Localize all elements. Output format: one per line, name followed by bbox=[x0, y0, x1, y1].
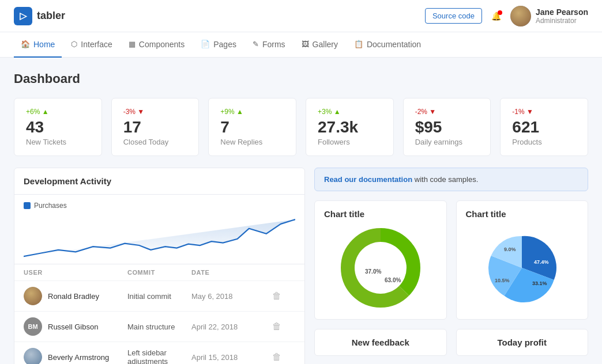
brand: ▷ tabler bbox=[14, 7, 65, 25]
stat-card-5: -1% ▼ 621 Products bbox=[500, 98, 588, 156]
today-profit-title: Today profit bbox=[466, 338, 579, 347]
new-feedback-title: New feedback bbox=[324, 338, 437, 347]
stat-label-3: Followers bbox=[318, 138, 382, 146]
chart-card-1: Chart title 37.0% 63.0% bbox=[314, 200, 447, 320]
commit-user-0: Ronald Bradley bbox=[24, 287, 127, 305]
stat-value-0: 43 bbox=[26, 118, 90, 136]
header-commit: COMMIT bbox=[127, 269, 191, 276]
stat-card-4: -2% ▼ $95 Daily earnings bbox=[403, 98, 491, 156]
stat-label-2: New Replies bbox=[220, 138, 284, 146]
today-profit-card: Today profit bbox=[456, 329, 589, 356]
stat-label-4: Daily earnings bbox=[415, 138, 479, 146]
chart1-container: 37.0% 63.0% bbox=[324, 225, 437, 311]
user-details: Jane Pearson Administrator bbox=[536, 7, 588, 25]
delete-icon-2[interactable]: 🗑 bbox=[272, 352, 295, 362]
legend-box bbox=[24, 202, 31, 209]
svg-text:10.5%: 10.5% bbox=[495, 278, 510, 283]
chart-legend: Purchases bbox=[24, 202, 295, 210]
charts-row: Chart title 37.0% 63.0% Ch bbox=[314, 200, 588, 320]
commit-name-0: Ronald Bradley bbox=[48, 292, 99, 301]
stat-value-1: 17 bbox=[123, 118, 187, 136]
stat-trend-3: +3% ▲ bbox=[318, 108, 382, 116]
stat-card-0: +6% ▲ 43 New Tickets bbox=[14, 98, 102, 156]
topbar-right: Source code 🔔 Jane Pearson Administrator bbox=[425, 6, 588, 26]
tab-home[interactable]: 🏠 Home bbox=[14, 32, 62, 58]
interface-icon: ⬡ bbox=[71, 40, 77, 48]
stat-label-1: Closed Today bbox=[123, 138, 187, 146]
chart2-container: 47.4% 33.1% 10.5% 9.0% bbox=[466, 225, 579, 311]
gallery-icon: 🖼 bbox=[302, 40, 309, 48]
user-role: Administrator bbox=[536, 17, 588, 25]
doc-banner-bold: Read our documentation bbox=[324, 175, 412, 184]
stat-value-3: 27.3k bbox=[318, 118, 382, 136]
pie-chart-2: 47.4% 33.1% 10.5% 9.0% bbox=[479, 225, 565, 311]
commit-date-1: April 22, 2018 bbox=[191, 323, 272, 331]
tab-interface[interactable]: ⬡ Interface bbox=[64, 32, 119, 58]
svg-text:37.0%: 37.0% bbox=[365, 268, 381, 275]
tab-gallery[interactable]: 🖼 Gallery bbox=[295, 32, 345, 58]
page-title: Dashboard bbox=[14, 71, 588, 86]
new-feedback-card: New feedback bbox=[314, 329, 447, 356]
svg-text:47.4%: 47.4% bbox=[534, 259, 549, 265]
doc-banner: Read our documentation with code samples… bbox=[314, 168, 588, 191]
tab-pages[interactable]: 📄 Pages bbox=[194, 32, 243, 58]
notification-icon[interactable]: 🔔 bbox=[491, 12, 501, 21]
commit-message-2: Left sidebar adjustments bbox=[127, 348, 191, 364]
commit-date-2: April 15, 2018 bbox=[191, 353, 272, 362]
commit-message-1: Main structure bbox=[127, 323, 191, 331]
tab-forms[interactable]: ✎ Forms bbox=[246, 32, 292, 58]
avatar-image bbox=[510, 6, 531, 26]
chart-area: Purchases bbox=[14, 195, 304, 264]
header-action bbox=[272, 269, 295, 276]
stat-value-2: 7 bbox=[220, 118, 284, 136]
main-content: Dashboard +6% ▲ 43 New Tickets -3% ▼ 17 … bbox=[0, 58, 602, 364]
tab-components[interactable]: ▦ Components bbox=[122, 32, 191, 58]
home-icon: 🏠 bbox=[21, 40, 30, 48]
commit-user-1: BM Russell Gibson bbox=[24, 317, 127, 336]
table-row: Beverly Armstrong Left sidebar adjustmen… bbox=[14, 342, 304, 364]
chart1-title: Chart title bbox=[324, 209, 437, 219]
avatar: BM bbox=[24, 317, 42, 336]
logo-icon: ▷ bbox=[14, 7, 32, 25]
delete-icon-0[interactable]: 🗑 bbox=[272, 291, 295, 301]
commit-message-0: Initial commit bbox=[127, 292, 191, 301]
stat-trend-4: -2% ▼ bbox=[415, 108, 479, 116]
topbar: ▷ tabler Source code 🔔 Jane Pearson Admi… bbox=[0, 0, 602, 32]
avatar bbox=[24, 348, 42, 364]
nav-tabs: 🏠 Home ⬡ Interface ▦ Components 📄 Pages … bbox=[0, 32, 602, 58]
user-name: Jane Pearson bbox=[536, 7, 588, 17]
bottom-cards: New feedback Today profit bbox=[314, 329, 588, 356]
chart2-title: Chart title bbox=[466, 209, 579, 219]
donut-chart-1: 37.0% 63.0% bbox=[337, 225, 424, 311]
legend-label: Purchases bbox=[34, 202, 67, 210]
components-icon: ▦ bbox=[129, 40, 136, 48]
stat-label-0: New Tickets bbox=[26, 138, 90, 146]
stats-row: +6% ▲ 43 New Tickets -3% ▼ 17 Closed Tod… bbox=[14, 98, 588, 156]
tab-documentation[interactable]: 📋 Documentation bbox=[347, 32, 428, 58]
commit-name-1: Russell Gibson bbox=[48, 323, 98, 331]
table-row: BM Russell Gibson Main structure April 2… bbox=[14, 311, 304, 342]
forms-icon: ✎ bbox=[253, 40, 259, 48]
delete-icon-1[interactable]: 🗑 bbox=[272, 321, 295, 332]
right-panel: Read our documentation with code samples… bbox=[314, 168, 588, 364]
svg-text:9.0%: 9.0% bbox=[504, 247, 516, 252]
stat-trend-1: -3% ▼ bbox=[123, 108, 187, 116]
stat-trend-5: -1% ▼ bbox=[512, 108, 576, 116]
commit-name-2: Beverly Armstrong bbox=[48, 353, 109, 362]
stat-value-5: 621 bbox=[512, 118, 576, 136]
line-chart bbox=[24, 214, 295, 266]
dev-activity-title: Development Activity bbox=[14, 168, 304, 195]
stat-trend-2: +9% ▲ bbox=[220, 108, 284, 116]
dev-activity-panel: Development Activity Purchases bbox=[14, 168, 305, 364]
header-date: DATE bbox=[191, 269, 272, 276]
stat-trend-0: +6% ▲ bbox=[26, 108, 90, 116]
stat-label-5: Products bbox=[512, 138, 576, 146]
avatar bbox=[24, 287, 42, 305]
source-code-button[interactable]: Source code bbox=[425, 8, 482, 24]
commit-date-0: May 6, 2018 bbox=[191, 292, 272, 301]
svg-text:63.0%: 63.0% bbox=[385, 277, 401, 283]
svg-point-2 bbox=[355, 242, 407, 294]
user-info: Jane Pearson Administrator bbox=[510, 6, 588, 26]
logo-text: tabler bbox=[37, 10, 65, 22]
stat-value-4: $95 bbox=[415, 118, 479, 136]
